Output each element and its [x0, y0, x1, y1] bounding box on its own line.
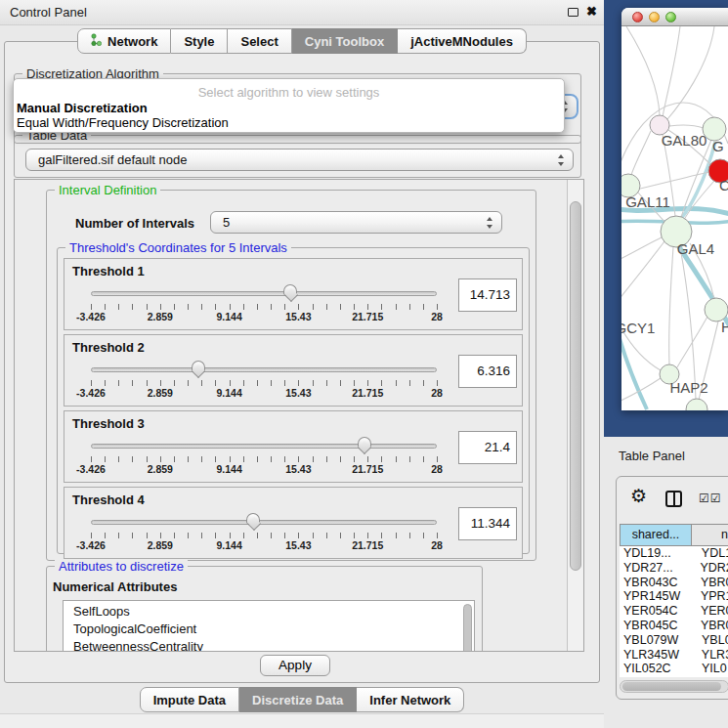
attributes-group-title: Attributes to discretize: [55, 559, 188, 574]
zoom-traffic-light-icon[interactable]: [665, 12, 676, 22]
tick-label: 9.144: [216, 463, 241, 475]
table-row[interactable]: YBL079WYBL0: [620, 633, 728, 648]
algorithm-dropdown-popup: Select algorithm to view settings Manual…: [13, 78, 565, 133]
combo-spinner-icon: [558, 154, 565, 166]
slider-thumb[interactable]: [192, 361, 205, 371]
tick-label: 15.43: [285, 387, 311, 399]
settings-scrollbar-thumb[interactable]: [570, 201, 581, 571]
table-cell: YIL052C: [620, 662, 692, 676]
table-scrollbar-thumb[interactable]: [622, 682, 721, 691]
bottom-tab-discretize-data[interactable]: Discretize Data: [239, 687, 357, 712]
table-cell: YER054C: [620, 604, 691, 619]
network-node-label: GCY1: [621, 320, 655, 336]
numerical-attributes-list[interactable]: SelfLoopsTopologicalCoefficientBetweenne…: [63, 600, 475, 652]
table-cell: YBR043C: [620, 576, 691, 590]
attributes-list-scrollbar[interactable]: [463, 604, 472, 652]
attribute-item[interactable]: TopologicalCoefficient: [64, 621, 474, 638]
tick-labels: -3.4262.8599.14415.4321.71528: [91, 311, 437, 323]
table-column-header[interactable]: na: [692, 524, 728, 546]
gear-icon[interactable]: ⚙: [630, 485, 647, 507]
attribute-items: SelfLoopsTopologicalCoefficientBetweenne…: [64, 601, 474, 652]
table-cell: YBR0: [691, 576, 728, 590]
slider-thumb[interactable]: [283, 284, 297, 295]
table-panel: ⚙ ☑☑ shared...na YDL19...YDL1YDR27...YDR…: [616, 476, 728, 700]
tick-label: 21.715: [352, 463, 383, 475]
threshold-slider[interactable]: [91, 444, 437, 449]
table-row[interactable]: YER054CYER0: [620, 604, 728, 619]
algorithm-popup-hint: Select algorithm to view settings: [14, 85, 564, 100]
table-data-combobox[interactable]: galFiltered.sif default node: [25, 149, 574, 171]
tab-network[interactable]: Network: [77, 28, 171, 54]
node-table-rows: YDL19...YDL1YDR27...YDR2YBR043CYBR0YPR14…: [620, 546, 728, 677]
network-canvas[interactable]: GAL80GCGAL11GAL4GCY1HHAP2: [621, 26, 728, 410]
apply-button[interactable]: Apply: [260, 655, 330, 676]
table-cell: YBL079W: [620, 633, 692, 648]
threshold-slider[interactable]: [91, 367, 437, 372]
network-node[interactable]: [686, 399, 707, 410]
node-table-header: shared...na: [620, 524, 728, 546]
table-cell: YDL1: [692, 546, 728, 561]
tab-label: Network: [107, 34, 157, 49]
table-cell: YPR145W: [620, 589, 691, 604]
table-row[interactable]: YBR043CYBR0: [620, 576, 728, 590]
network-view-window[interactable]: GAL80GCGAL11GAL4GCY1HHAP2: [621, 8, 728, 410]
table-horizontal-scrollbar[interactable]: [620, 680, 728, 693]
table-column-header[interactable]: shared...: [620, 524, 692, 546]
close-traffic-light-icon[interactable]: [632, 12, 643, 22]
threshold-slider[interactable]: [91, 291, 437, 296]
num-intervals-label: Number of Intervals: [75, 216, 194, 231]
tick-label: 9.144: [216, 311, 241, 322]
tick-label: 28: [431, 539, 443, 551]
tab-style[interactable]: Style: [171, 28, 228, 54]
settings-vertical-scrollbar[interactable]: [567, 180, 583, 651]
tab-cyni-toolbox[interactable]: Cyni Toolbox: [292, 28, 398, 54]
table-row[interactable]: YDR27...YDR2: [620, 561, 728, 576]
panel-title: Control Panel: [10, 5, 87, 20]
slider-thumb[interactable]: [246, 513, 260, 524]
select-columns-checkboxes-icon[interactable]: ☑☑: [699, 492, 722, 505]
num-intervals-combobox[interactable]: 5: [210, 211, 502, 234]
columns-icon[interactable]: [665, 491, 682, 507]
threshold-value-field[interactable]: 6.316: [458, 355, 517, 388]
table-data-groupbox: Table Data galFiltered.sif default node: [14, 135, 581, 178]
table-row[interactable]: YDL19...YDL1: [620, 546, 728, 561]
slider-ticks: [91, 380, 438, 386]
algorithm-option[interactable]: Equal Width/Frequency Discretization: [17, 115, 229, 130]
slider-thumb[interactable]: [358, 437, 371, 448]
attribute-item[interactable]: BetweennessCentrality: [64, 638, 474, 652]
network-desktop: GAL80GCGAL11GAL4GCY1HHAP2: [604, 0, 728, 437]
threshold-label: Threshold 3: [72, 416, 145, 431]
right-section: GAL80GCGAL11GAL4GCY1HHAP2 Table Panel ⚙ …: [604, 0, 728, 728]
network-icon: [91, 33, 102, 49]
table-row[interactable]: YPR145WYPR1: [620, 589, 728, 604]
threshold-slider[interactable]: [91, 520, 437, 525]
tick-label: 2.859: [148, 539, 173, 551]
float-window-icon[interactable]: [568, 8, 578, 17]
table-cell: YBL0: [692, 633, 728, 648]
network-node-label: GAL4: [677, 240, 714, 257]
control-panel: Control Panel ✖ NetworkStyleSelectCyni T…: [0, 0, 604, 728]
tab-select[interactable]: Select: [228, 28, 291, 54]
algorithm-option[interactable]: Manual Discretization: [17, 101, 148, 115]
table-cell: YDL19...: [620, 546, 692, 561]
threshold-value-field[interactable]: 11.344: [458, 507, 517, 540]
table-cell: YLR345W: [620, 648, 692, 663]
minimize-traffic-light-icon[interactable]: [649, 12, 660, 22]
network-node-label: C: [719, 177, 728, 193]
threshold-value-field[interactable]: 21.4: [458, 431, 517, 464]
network-node-label: GAL11: [625, 193, 670, 210]
top-tab-bar: NetworkStyleSelectCyni ToolboxjActiveMNo…: [0, 28, 604, 54]
attribute-item[interactable]: SelfLoops: [64, 603, 474, 621]
tab-jactivemnodules[interactable]: jActiveMNodules: [398, 28, 527, 54]
tick-label: 21.715: [352, 311, 383, 322]
tick-label: 2.859: [148, 387, 173, 399]
numerical-attributes-label: Numerical Attributes: [53, 579, 177, 594]
bottom-tab-impute-data[interactable]: Impute Data: [140, 687, 239, 712]
table-row[interactable]: YBR045CYBR0: [620, 619, 728, 633]
table-row[interactable]: YLR345WYLR3: [620, 648, 728, 663]
threshold-value-field[interactable]: 14.713: [458, 278, 517, 312]
bottom-tab-bar: Impute DataDiscretize DataInfer Network: [0, 687, 604, 712]
close-icon[interactable]: ✖: [586, 4, 597, 19]
table-row[interactable]: YIL052CYIL0: [620, 662, 728, 676]
bottom-tab-infer-network[interactable]: Infer Network: [357, 687, 464, 712]
